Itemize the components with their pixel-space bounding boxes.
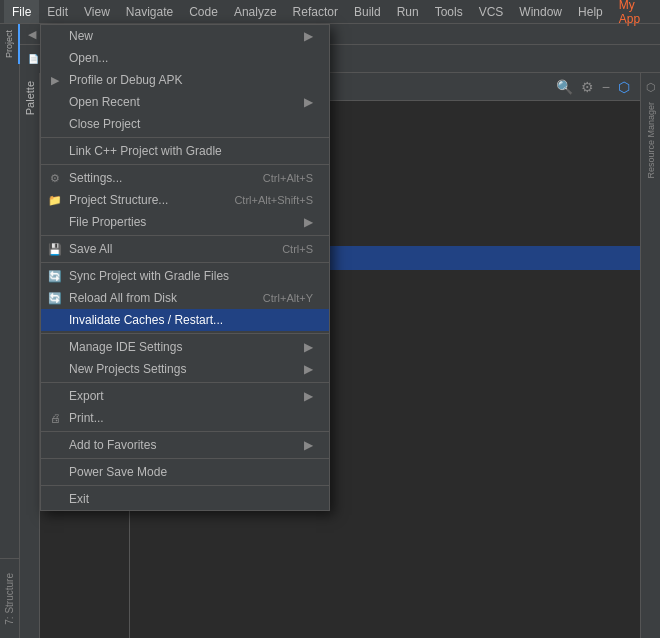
- app-name: My App: [611, 0, 656, 26]
- menu-item-new-projects-label: New Projects Settings: [69, 362, 186, 376]
- separator-5: [41, 333, 329, 334]
- menu-item-close-project[interactable]: Close Project: [41, 113, 329, 135]
- folder-icon: 📁: [47, 194, 63, 207]
- save-all-shortcut: Ctrl+S: [282, 243, 313, 255]
- separator-9: [41, 485, 329, 486]
- file-dropdown-menu: New ▶ Open... ▶ Profile or Debug APK Ope…: [40, 24, 330, 511]
- search-icon[interactable]: 🔍: [554, 77, 575, 97]
- menu-edit[interactable]: Edit: [39, 0, 76, 23]
- menu-item-manage-ide[interactable]: Manage IDE Settings ▶: [41, 336, 329, 358]
- arrow-icon: ▶: [304, 29, 313, 43]
- arrow-icon: ▶: [304, 389, 313, 403]
- xml-tab-icon: 📄: [28, 54, 39, 64]
- menu-item-exit-label: Exit: [69, 492, 89, 506]
- menu-item-project-structure-label: Project Structure...: [69, 193, 168, 207]
- menu-item-export-label: Export: [69, 389, 104, 403]
- menubar: File Edit View Navigate Code Analyze Ref…: [0, 0, 660, 24]
- menu-item-close-project-label: Close Project: [69, 117, 140, 131]
- menu-navigate[interactable]: Navigate: [118, 0, 181, 23]
- expand-icon[interactable]: ⬡: [616, 77, 632, 97]
- menu-item-new[interactable]: New ▶: [41, 25, 329, 47]
- menu-item-link-cpp[interactable]: Link C++ Project with Gradle: [41, 140, 329, 162]
- menu-item-settings-label: Settings...: [69, 171, 122, 185]
- menu-item-open[interactable]: Open...: [41, 47, 329, 69]
- menu-code[interactable]: Code: [181, 0, 226, 23]
- menu-item-new-label: New: [69, 29, 93, 43]
- menu-file[interactable]: File: [4, 0, 39, 23]
- separator-2: [41, 164, 329, 165]
- palette-label: Palette: [24, 81, 36, 115]
- menu-item-open-recent[interactable]: Open Recent ▶: [41, 91, 329, 113]
- menu-item-power-save-label: Power Save Mode: [69, 465, 167, 479]
- settings-shortcut: Ctrl+Alt+S: [263, 172, 313, 184]
- menu-tools[interactable]: Tools: [427, 0, 471, 23]
- print-icon: 🖨: [47, 412, 63, 424]
- reload-disk-shortcut: Ctrl+Alt+Y: [263, 292, 313, 304]
- arrow-icon: ▶: [304, 95, 313, 109]
- separator-3: [41, 235, 329, 236]
- right-panel: ⬡ Resource Manager: [640, 73, 660, 638]
- menu-item-link-cpp-label: Link C++ Project with Gradle: [69, 144, 222, 158]
- menu-item-reload-disk[interactable]: 🔄 Reload All from Disk Ctrl+Alt+Y: [41, 287, 329, 309]
- menu-item-add-favorites[interactable]: Add to Favorites ▶: [41, 434, 329, 456]
- separator-1: [41, 137, 329, 138]
- settings-icon: ⚙: [47, 172, 63, 185]
- menu-build[interactable]: Build: [346, 0, 389, 23]
- structure-panel[interactable]: 7: Structure: [0, 558, 20, 638]
- structure-label-text: 7: Structure: [4, 573, 15, 625]
- menu-item-file-properties-label: File Properties: [69, 215, 146, 229]
- menu-item-profile-label: Profile or Debug APK: [69, 73, 182, 87]
- menu-item-power-save[interactable]: Power Save Mode: [41, 461, 329, 483]
- menu-window[interactable]: Window: [511, 0, 570, 23]
- resource-manager-label[interactable]: Resource Manager: [646, 98, 656, 183]
- separator-7: [41, 431, 329, 432]
- activity-bar: Project: [0, 24, 20, 638]
- menu-view[interactable]: View: [76, 0, 118, 23]
- activity-project[interactable]: Project: [0, 24, 20, 64]
- menu-item-invalidate-label: Invalidate Caches / Restart...: [69, 313, 223, 327]
- menu-item-open-recent-label: Open Recent: [69, 95, 140, 109]
- gear-icon[interactable]: ⚙: [579, 77, 596, 97]
- breadcrumb-arrow: ◀: [28, 28, 36, 41]
- separator-4: [41, 262, 329, 263]
- menu-item-reload-disk-label: Reload All from Disk: [69, 291, 177, 305]
- menu-item-sync-gradle[interactable]: 🔄 Sync Project with Gradle Files: [41, 265, 329, 287]
- arrow-icon: ▶: [304, 340, 313, 354]
- separator-8: [41, 458, 329, 459]
- menu-vcs[interactable]: VCS: [471, 0, 512, 23]
- sync-icon: 🔄: [47, 270, 63, 283]
- menu-item-add-favorites-label: Add to Favorites: [69, 438, 156, 452]
- main-layout: Project New ▶ Open... ▶ Profile or Debug…: [0, 24, 660, 638]
- menu-item-save-all-label: Save All: [69, 242, 112, 256]
- menu-refactor[interactable]: Refactor: [285, 0, 346, 23]
- menu-item-profile[interactable]: ▶ Profile or Debug APK: [41, 69, 329, 91]
- menu-item-print-label: Print...: [69, 411, 104, 425]
- save-icon: 💾: [47, 243, 63, 256]
- project-structure-shortcut: Ctrl+Alt+Shift+S: [234, 194, 313, 206]
- menu-item-save-all[interactable]: 💾 Save All Ctrl+S: [41, 238, 329, 260]
- separator-6: [41, 382, 329, 383]
- reload-icon: 🔄: [47, 292, 63, 305]
- menu-item-exit[interactable]: Exit: [41, 488, 329, 510]
- menu-item-print[interactable]: 🖨 Print...: [41, 407, 329, 429]
- menu-item-manage-ide-label: Manage IDE Settings: [69, 340, 182, 354]
- menu-item-invalidate[interactable]: Invalidate Caches / Restart...: [41, 309, 329, 331]
- arrow-icon: ▶: [304, 215, 313, 229]
- menu-item-sync-gradle-label: Sync Project with Gradle Files: [69, 269, 229, 283]
- palette-sidebar: Palette: [20, 73, 40, 638]
- menu-item-export[interactable]: Export ▶: [41, 385, 329, 407]
- menu-run[interactable]: Run: [389, 0, 427, 23]
- menu-item-new-projects[interactable]: New Projects Settings ▶: [41, 358, 329, 380]
- arrow-icon: ▶: [304, 362, 313, 376]
- arrow-icon: ▶: [304, 438, 313, 452]
- menu-item-settings[interactable]: ⚙ Settings... Ctrl+Alt+S: [41, 167, 329, 189]
- menu-item-file-properties[interactable]: File Properties ▶: [41, 211, 329, 233]
- menu-help[interactable]: Help: [570, 0, 611, 23]
- profile-icon: ▶: [47, 74, 63, 87]
- menu-analyze[interactable]: Analyze: [226, 0, 285, 23]
- menu-item-open-label: Open...: [69, 51, 108, 65]
- menu-item-project-structure[interactable]: 📁 Project Structure... Ctrl+Alt+Shift+S: [41, 189, 329, 211]
- minimize-icon[interactable]: −: [600, 77, 612, 97]
- right-panel-icon[interactable]: ⬡: [642, 77, 660, 98]
